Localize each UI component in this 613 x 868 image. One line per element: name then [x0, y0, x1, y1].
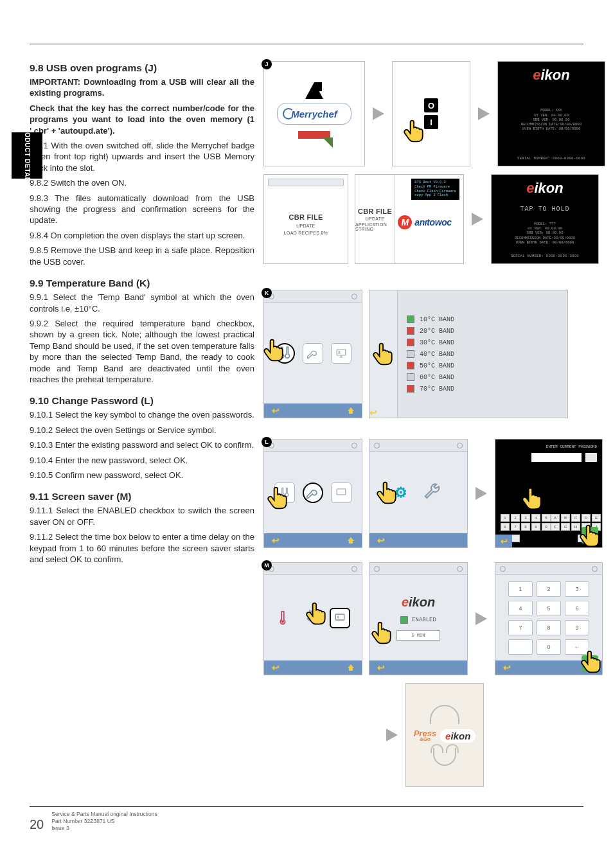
panel-power-switch: O I: [392, 61, 470, 166]
panel-settings-screen-L1: L ↩: [263, 439, 362, 548]
temp-band-checkbox[interactable]: [407, 315, 414, 323]
monitor-icon: [335, 487, 347, 499]
text-9-8-3: 9.8.3 The files automatically download f…: [30, 193, 254, 226]
temp-band-label: 50°C BAND: [420, 362, 454, 369]
keyboard-left[interactable]: 1234567890: [501, 514, 551, 531]
temp-band-checkbox[interactable]: [407, 327, 414, 335]
key[interactable]: 5: [542, 514, 551, 522]
heading-9-9: 9.9 Temperature Band (K): [30, 278, 254, 289]
temp-band-row[interactable]: 20°C BAND: [407, 327, 558, 335]
home-button[interactable]: [348, 407, 354, 414]
key[interactable]: 9: [531, 523, 540, 531]
temp-band-checkbox[interactable]: [407, 339, 414, 346]
home-button[interactable]: [348, 664, 354, 671]
key[interactable]: 1: [501, 514, 510, 522]
hand-point-icon: [304, 601, 330, 626]
screensaver-button[interactable]: [330, 608, 350, 628]
temp-band-row[interactable]: 70°C BAND: [407, 385, 558, 393]
temp-band-row[interactable]: 40°C BAND: [407, 350, 558, 358]
figure-L-row: L ↩ ⚙ ↩ ENT: [263, 439, 605, 548]
key[interactable]: 7: [511, 523, 520, 531]
enabled-checkbox[interactable]: [400, 616, 408, 624]
back-button[interactable]: ↩: [501, 536, 508, 546]
back-button[interactable]: ↩: [272, 662, 280, 673]
temp-band-label: 70°C BAND: [420, 385, 454, 393]
startup-text-block-2: MODEL: ??? UI VER: 00.00.00 SRB VER: 00.…: [515, 222, 575, 245]
numpad-key[interactable]: 2: [537, 581, 561, 597]
back-button[interactable]: ↩: [377, 535, 385, 545]
numpad-key[interactable]: 8: [537, 620, 561, 635]
service-wrench-icon[interactable]: [423, 482, 442, 503]
home-button[interactable]: [348, 537, 354, 544]
temp-band-list: 10°C BAND20°C BAND30°C BAND40°C BAND50°C…: [398, 290, 567, 418]
temp-band-row[interactable]: 60°C BAND: [407, 373, 558, 381]
eikon-logo: eikon: [402, 595, 435, 610]
numpad-key[interactable]: 0: [537, 639, 561, 655]
back-button[interactable]: ↩: [272, 535, 280, 545]
figure-K-row: K ↩: [263, 290, 605, 418]
key[interactable]: D: [582, 514, 591, 522]
text-9-8-check: Check that the key has the correct numbe…: [30, 103, 254, 136]
numpad-key[interactable]: 4: [508, 601, 533, 616]
text-9-10-5: 9.10.5 Confirm new password, select OK.: [30, 470, 254, 481]
temp-band-checkbox[interactable]: [407, 373, 414, 381]
numpad-key[interactable]: 6: [565, 601, 589, 616]
key[interactable]: C: [571, 514, 580, 522]
back-button[interactable]: ↩: [369, 407, 377, 418]
numpad-key[interactable]: 9: [565, 620, 589, 635]
key[interactable]: G: [561, 523, 570, 531]
temp-band-row[interactable]: 10°C BAND: [407, 315, 558, 323]
clear-button[interactable]: [585, 453, 597, 462]
time-delay-box[interactable]: 5 MIN: [396, 630, 440, 641]
back-button[interactable]: ↩: [377, 662, 385, 673]
key[interactable]: E: [592, 514, 601, 522]
numpad-key[interactable]: 7: [508, 620, 533, 635]
key-button[interactable]: [303, 483, 323, 503]
arrow-right-icon: [474, 486, 488, 500]
manitowoc-icon: M: [398, 215, 412, 229]
key[interactable]: 2: [511, 514, 520, 522]
key[interactable]: A: [551, 514, 560, 522]
numpad-key[interactable]: 1: [508, 581, 533, 597]
back-button[interactable]: ↩: [503, 662, 511, 673]
thermometer-icon[interactable]: [276, 606, 290, 630]
manitowoc-text: anıtowoc: [414, 217, 451, 227]
temp-band-label: 60°C BAND: [420, 374, 454, 381]
numpad-key[interactable]: 5: [537, 601, 561, 616]
numpad-key[interactable]: 3: [565, 581, 589, 597]
text-9-11-1: 9.11.1 Select the ENABLED checkbox to sw…: [30, 505, 254, 527]
numpad-key[interactable]: [508, 639, 533, 655]
key[interactable]: 0: [542, 523, 551, 531]
temp-band-row[interactable]: 30°C BAND: [407, 339, 558, 346]
temp-band-checkbox[interactable]: [407, 350, 414, 358]
numpad[interactable]: 1234567890←: [508, 581, 589, 655]
temp-band-row[interactable]: 50°C BAND: [407, 362, 558, 369]
key[interactable]: 8: [521, 523, 530, 531]
temp-band-checkbox[interactable]: [407, 385, 414, 393]
key[interactable]: 4: [531, 514, 540, 522]
key[interactable]: B: [561, 514, 570, 522]
eikon-logo: eikon: [526, 180, 563, 197]
back-button[interactable]: ↩: [272, 405, 280, 416]
key-icon: [306, 486, 320, 500]
key[interactable]: 3: [521, 514, 530, 522]
text-9-10-2: 9.10.2 Select the oven Settings or Servi…: [30, 425, 254, 436]
text-9-8-1: 9.8.1 With the oven switched off, slide …: [30, 140, 254, 173]
key[interactable]: 6: [501, 523, 510, 531]
key[interactable]: F: [551, 523, 560, 531]
temp-band-label: 10°C BAND: [420, 316, 454, 323]
heading-9-8: 9.8 USB oven programs (J): [30, 62, 254, 74]
key-button[interactable]: [303, 343, 323, 364]
switch-O[interactable]: O: [424, 98, 438, 112]
screensaver-button[interactable]: [331, 483, 351, 503]
temp-band-label: 30°C BAND: [420, 339, 454, 346]
sym-key[interactable]: [511, 535, 520, 542]
password-input[interactable]: [531, 453, 582, 462]
text-9-8-5: 9.8.5 Remove the USB and keep in a safe …: [30, 245, 254, 267]
eikon-badge: eikon: [440, 729, 475, 743]
temp-band-checkbox[interactable]: [407, 362, 414, 369]
arrow-right-icon: [385, 728, 399, 742]
merrychef-label: Merrychef: [291, 109, 337, 120]
screensaver-button[interactable]: [331, 343, 351, 364]
manitowoc-logo: M anıtowoc: [398, 215, 451, 229]
